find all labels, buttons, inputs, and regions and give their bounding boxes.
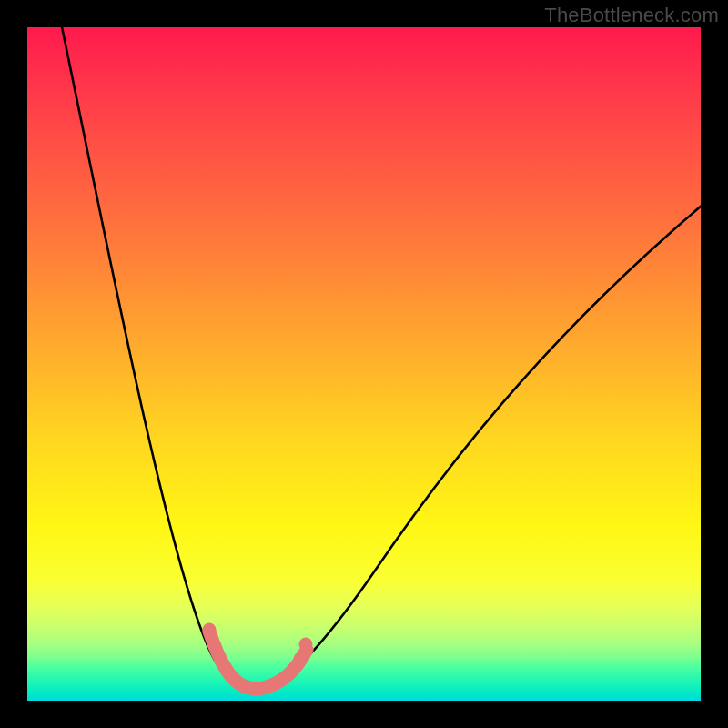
plot-area — [27, 27, 701, 701]
watermark-text: TheBottleneck.com — [544, 4, 719, 27]
chart-container: TheBottleneck.com — [0, 0, 728, 728]
svg-point-3 — [299, 638, 313, 652]
svg-point-2 — [294, 652, 308, 666]
svg-point-0 — [203, 623, 217, 637]
svg-point-1 — [208, 640, 222, 653]
valley-marker — [27, 27, 701, 701]
